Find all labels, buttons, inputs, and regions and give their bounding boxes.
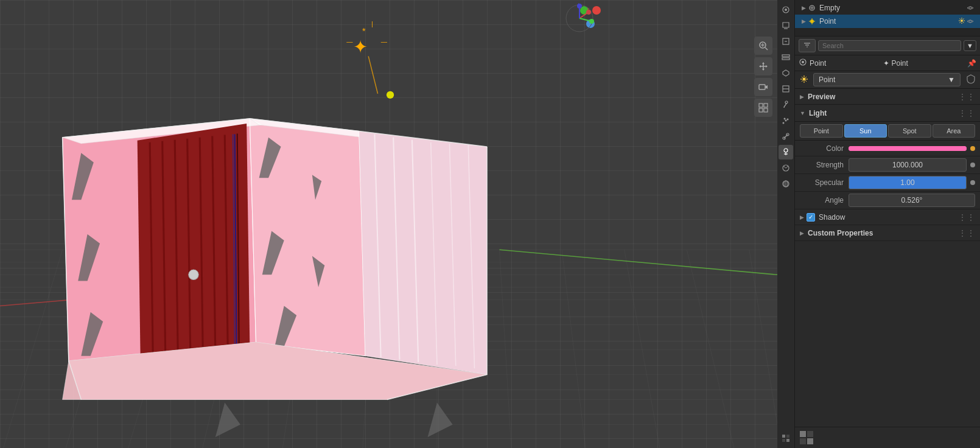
shadow-arrow: ▶ <box>800 214 804 220</box>
angle-value[interactable]: 0.526° <box>849 194 975 207</box>
light-title: Light <box>809 109 958 117</box>
expand-arrow-point: ▶ <box>800 18 807 25</box>
svg-text:X: X <box>587 7 590 12</box>
svg-marker-83 <box>759 65 761 68</box>
shadow-options[interactable]: ⋮⋮ <box>958 212 975 222</box>
svg-rect-97 <box>782 55 789 57</box>
svg-point-137 <box>969 20 971 23</box>
light-type-point[interactable]: Point <box>800 124 843 138</box>
svg-line-16 <box>625 250 662 448</box>
grid-tool[interactable] <box>754 99 772 117</box>
svg-text:|: | <box>371 21 373 27</box>
outliner-row-empty[interactable]: ▶ Empty <box>795 1 980 15</box>
specular-keyframe-dot[interactable] <box>970 180 975 185</box>
svg-point-92 <box>785 9 787 11</box>
checkerboard-icon[interactable] <box>779 431 793 446</box>
light-type-spot[interactable]: Spot <box>888 124 931 138</box>
light-arrow: ▼ <box>800 110 805 116</box>
svg-line-18 <box>749 250 777 424</box>
light-section-header[interactable]: ▼ Light ⋮⋮ <box>795 105 980 122</box>
svg-rect-154 <box>800 438 806 444</box>
pin-icon[interactable]: 📌 <box>967 59 976 68</box>
svg-line-133 <box>960 18 961 19</box>
shield-icon <box>967 74 975 86</box>
view-layer-icon[interactable] <box>779 50 793 65</box>
nav-gizmo[interactable]: X Y Z <box>564 3 595 33</box>
preview-options[interactable]: ⋮⋮ <box>958 92 975 102</box>
object-data-tab-icon[interactable] <box>779 145 793 159</box>
svg-marker-65 <box>215 403 240 437</box>
material-tab-icon[interactable] <box>779 161 793 175</box>
output-tab-icon[interactable] <box>779 34 793 49</box>
modifier-tab-icon[interactable] <box>779 97 793 112</box>
point-icon-left <box>799 58 807 68</box>
star-icon: ✦ <box>883 59 889 68</box>
search-filter-dropdown[interactable] <box>799 39 816 52</box>
specular-value[interactable]: 1.00 <box>849 176 967 189</box>
svg-line-78 <box>765 47 768 50</box>
svg-point-31 <box>387 91 394 99</box>
visibility-icon-point[interactable] <box>965 16 975 26</box>
svg-line-7 <box>0 250 63 448</box>
right-panel: ▶ Empty ▶ Point <box>777 0 980 448</box>
scene2-tab-icon[interactable] <box>779 66 793 80</box>
pan-tool[interactable] <box>754 57 772 75</box>
custom-properties-row[interactable]: ▶ Custom Properties ⋮⋮ <box>795 225 980 241</box>
svg-marker-93 <box>783 23 789 27</box>
search-input[interactable] <box>818 40 961 51</box>
point-dropdown-select[interactable]: Point ▼ <box>813 73 961 86</box>
svg-text:—: — <box>346 38 353 45</box>
color-keyframe-dot[interactable] <box>970 146 975 151</box>
svg-rect-88 <box>764 103 768 107</box>
svg-point-128 <box>961 19 963 22</box>
shadow-row: ▶ ✓ Shadow ⋮⋮ <box>795 209 980 225</box>
svg-text:*: * <box>362 26 366 36</box>
color-value[interactable] <box>849 146 967 151</box>
checkerboard-bottom-icon[interactable] <box>800 431 813 444</box>
light-type-area[interactable]: Area <box>933 124 976 138</box>
svg-rect-153 <box>807 431 813 437</box>
particles-tab-icon[interactable] <box>779 113 793 128</box>
outliner-label-point: Point <box>819 17 956 26</box>
strength-keyframe-dot[interactable] <box>970 163 975 167</box>
zoom-tool[interactable] <box>754 37 772 55</box>
world-tab-icon[interactable] <box>779 177 793 191</box>
svg-rect-85 <box>759 85 765 89</box>
light-type-row: Point Sun Spot Area <box>795 122 980 141</box>
camera-tool[interactable] <box>754 78 772 96</box>
custom-props-options[interactable]: ⋮⋮ <box>958 228 975 238</box>
svg-line-17 <box>687 250 737 448</box>
svg-point-108 <box>784 149 788 152</box>
angle-prop-row: Angle 0.526° <box>795 192 980 209</box>
shadow-checkbox[interactable]: ✓ <box>807 213 815 222</box>
svg-rect-90 <box>764 108 768 112</box>
preview-section-header[interactable]: ▶ Preview ⋮⋮ <box>795 89 980 105</box>
svg-rect-89 <box>759 108 763 112</box>
svg-point-142 <box>802 61 804 63</box>
light-options[interactable]: ⋮⋮ <box>958 108 975 118</box>
svg-line-148 <box>802 77 803 78</box>
svg-point-103 <box>785 120 787 122</box>
svg-line-150 <box>805 77 807 78</box>
strength-prop-row: Strength 1000.000 <box>795 156 980 174</box>
svg-line-149 <box>805 80 807 82</box>
object-tab-icon[interactable] <box>779 82 793 96</box>
svg-line-14 <box>500 250 513 448</box>
light-type-sun[interactable]: Sun <box>844 124 887 138</box>
viewport[interactable]: ✦ * | — — <box>0 0 777 448</box>
scene-tab-icon[interactable] <box>779 2 793 17</box>
point-dropdown-row: Point ▼ <box>795 71 980 89</box>
sun-icon-dropdown <box>800 75 808 85</box>
outliner-row-point[interactable]: ▶ Point <box>795 15 980 28</box>
strength-value[interactable]: 1000.000 <box>849 158 967 172</box>
search-expand-button[interactable]: ▼ <box>964 40 976 51</box>
color-label: Color <box>800 144 849 153</box>
visibility-icon-empty[interactable] <box>965 3 975 13</box>
shadow-label: Shadow <box>819 213 845 222</box>
spacer <box>795 241 980 427</box>
render-tab-icon[interactable] <box>779 18 793 33</box>
point-label-left: Point <box>810 59 826 68</box>
svg-rect-98 <box>782 58 789 60</box>
svg-point-104 <box>784 118 786 120</box>
constraints-tab-icon[interactable] <box>779 129 793 144</box>
